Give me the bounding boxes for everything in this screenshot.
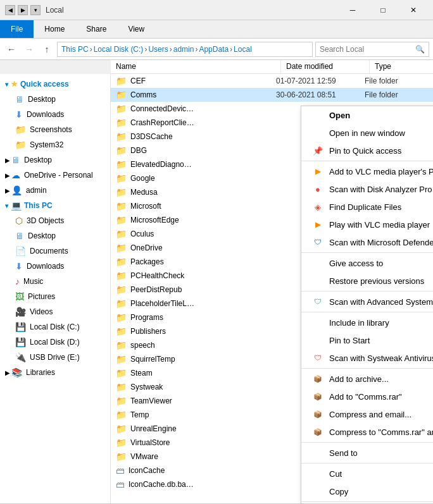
ctx-advanced-protector[interactable]: 🛡 Scan with Advanced System Protector xyxy=(301,293,433,310)
send-icon xyxy=(311,446,324,459)
sidebar-item-downloads-quick[interactable]: ⬇ Downloads xyxy=(0,107,110,122)
ctx-add-archive[interactable]: 📦 Add to archive... xyxy=(301,370,433,388)
ctx-label: Scan with Advanced System Protector xyxy=(329,297,433,307)
ctx-open-new-window[interactable]: Open in new window xyxy=(301,124,433,142)
ctx-compress-comms-email[interactable]: 📦 Compress to "Comms.rar" and email xyxy=(301,423,433,441)
quick-access-header[interactable]: ▾ ★ Quick access xyxy=(0,77,110,92)
sidebar-item-music[interactable]: ♪ Music xyxy=(0,274,110,289)
file-name: IconCache xyxy=(129,466,276,475)
sidebar-item-libraries[interactable]: ▶ 📚 Libraries xyxy=(0,365,110,380)
title-bar-icon-back[interactable]: ◀ xyxy=(5,5,15,15)
sidebar-item-videos[interactable]: 🎥 Videos xyxy=(0,304,110,319)
pin-icon: 📌 xyxy=(311,144,324,157)
path-admin[interactable]: admin xyxy=(173,45,194,54)
ctx-systweak[interactable]: 🛡 Scan with Systweak Antivirus xyxy=(301,349,433,367)
back-button[interactable]: ← xyxy=(4,42,19,57)
ctx-include-library[interactable]: Include in library ▶ xyxy=(301,314,433,331)
up-button[interactable]: ↑ xyxy=(39,42,54,57)
folder-icon: 📁 xyxy=(116,159,127,169)
sidebar-item-desktop2[interactable]: 🖥 Desktop xyxy=(0,228,110,243)
file-name: Comms xyxy=(130,90,276,99)
col-type[interactable]: Type xyxy=(370,60,433,73)
file-item-cef[interactable]: 📁 CEF 01-07-2021 12:59 File folder xyxy=(111,74,433,88)
ctx-give-access[interactable]: Give access to ▶ xyxy=(301,254,433,272)
file-name: D3DSCache xyxy=(130,132,276,141)
title-bar-icon-forward[interactable]: ▶ xyxy=(18,5,28,15)
ctx-add-comms-rar[interactable]: 📦 Add to "Comms.rar" xyxy=(301,388,433,405)
sidebar-item-label: Desktop xyxy=(28,231,56,240)
file-name: CEF xyxy=(130,77,276,85)
quick-access-label: Quick access xyxy=(20,80,69,89)
address-path[interactable]: This PC › Local Disk (C:) › Users › admi… xyxy=(57,42,313,57)
file-name: DBG xyxy=(130,146,276,155)
tab-file[interactable]: File xyxy=(0,20,34,38)
winrar-icon: 📦 xyxy=(311,390,324,403)
folder-icon: 📁 xyxy=(116,76,127,86)
file-name: IconCache.db.ba… xyxy=(129,480,276,489)
sidebar-item-onedrive[interactable]: ▶ ☁ OneDrive - Personal xyxy=(0,168,110,183)
ctx-vlc-add[interactable]: ▶ Add to VLC media player's Playlist xyxy=(301,163,433,180)
sidebar-item-label: Libraries xyxy=(26,368,55,377)
title-bar-icon-menu[interactable]: ▾ xyxy=(30,5,41,15)
search-input[interactable] xyxy=(320,45,415,54)
sidebar-item-localdiskd[interactable]: 💾 Local Disk (D:) xyxy=(0,335,110,350)
disk-analyzer-icon: ● xyxy=(311,183,324,195)
sidebar-item-pictures[interactable]: 🖼 Pictures xyxy=(0,289,110,304)
tab-home[interactable]: Home xyxy=(34,20,75,38)
minimize-button[interactable]: ─ xyxy=(338,0,367,20)
sidebar-item-documents[interactable]: 📄 Documents xyxy=(0,243,110,259)
ctx-pin-quick-access[interactable]: 📌 Pin to Quick access xyxy=(301,142,433,159)
maximize-button[interactable]: □ xyxy=(368,0,398,20)
sidebar-item-downloads[interactable]: ⬇ Downloads xyxy=(0,259,110,274)
sidebar-item-usb[interactable]: 🔌 USB Drive (E:) xyxy=(0,350,110,365)
path-thispc[interactable]: This PC xyxy=(61,45,89,54)
ctx-send-to[interactable]: Send to ▶ xyxy=(301,444,433,462)
sidebar-item-3dobjects[interactable]: ⬡ 3D Objects xyxy=(0,213,110,228)
tab-share[interactable]: Share xyxy=(75,20,117,38)
ctx-cut[interactable]: Cut xyxy=(301,465,433,482)
file-item-comms[interactable]: 📁 Comms 30-06-2021 08:51 File folder xyxy=(111,88,433,102)
sidebar-item-desktop[interactable]: ▶ 🖥 Desktop xyxy=(0,152,110,168)
tab-view[interactable]: View xyxy=(117,20,155,38)
ctx-vlc-play[interactable]: ▶ Play with VLC media player xyxy=(301,216,433,233)
path-local[interactable]: Local xyxy=(234,45,252,54)
disk-icon: 💾 xyxy=(15,337,26,347)
ctx-sep7 xyxy=(301,463,433,464)
close-button[interactable]: ✕ xyxy=(399,0,428,20)
ctx-defender[interactable]: 🛡 Scan with Microsoft Defender... xyxy=(301,233,433,251)
ctx-label: Scan with Disk Analyzer Pro xyxy=(329,185,432,194)
ctx-copy[interactable]: Copy xyxy=(301,482,433,500)
ctx-find-duplicate[interactable]: ◈ Find Duplicate Files xyxy=(301,198,433,216)
path-appdata[interactable]: AppData xyxy=(199,45,229,54)
sidebar-item-system32-quick[interactable]: 📁 System32 xyxy=(0,137,110,152)
folder-icon: 📁 xyxy=(116,243,127,253)
path-users[interactable]: Users xyxy=(148,45,168,54)
ctx-restore-versions[interactable]: Restore previous versions xyxy=(301,272,433,290)
sidebar-item-label: Documents xyxy=(30,247,68,255)
file-name: CrashReportClie… xyxy=(130,118,276,127)
folder-icon: 📁 xyxy=(116,215,127,225)
forward-button[interactable]: → xyxy=(22,42,37,57)
user-icon: 👤 xyxy=(11,185,22,195)
ctx-disk-analyzer[interactable]: ● Scan with Disk Analyzer Pro xyxy=(301,180,433,198)
path-localdisk[interactable]: Local Disk (C:) xyxy=(94,45,144,54)
title-bar-title: Local xyxy=(46,6,64,15)
search-box[interactable]: 🔍 xyxy=(315,42,429,57)
docs-icon: 📄 xyxy=(15,246,26,256)
ctx-label: Add to VLC media player's Playlist xyxy=(329,167,433,176)
sidebar-item-localdiskc[interactable]: 💾 Local Disk (C:) xyxy=(0,319,110,335)
desktop-icon: 🖥 xyxy=(15,231,24,241)
col-date[interactable]: Date modified xyxy=(281,60,370,73)
ctx-compress-email[interactable]: 📦 Compress and email... xyxy=(301,405,433,423)
chevron-icon: ▶ xyxy=(5,172,10,179)
vlc-icon: ▶ xyxy=(311,165,324,178)
sidebar-thispc-header[interactable]: ▾ 💻 This PC xyxy=(0,198,110,213)
ctx-pin-start[interactable]: Pin to Start xyxy=(301,331,433,349)
downloads-icon: ⬇ xyxy=(15,261,23,271)
sidebar-item-screenshots-quick[interactable]: 📁 Screenshots xyxy=(0,122,110,137)
open-icon xyxy=(311,109,324,121)
col-name[interactable]: Name xyxy=(111,60,281,73)
sidebar-item-desktop-quick[interactable]: 🖥 Desktop xyxy=(0,92,110,107)
ctx-open[interactable]: Open xyxy=(301,106,433,124)
sidebar-item-admin[interactable]: ▶ 👤 admin xyxy=(0,183,110,198)
